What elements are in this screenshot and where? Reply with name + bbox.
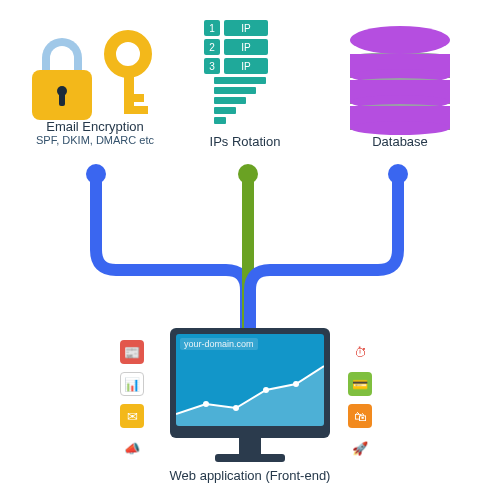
ip-bar (214, 77, 266, 84)
svg-point-5 (263, 387, 269, 393)
ip-label: IP (224, 20, 268, 36)
ip-bar (214, 117, 226, 124)
encryption-subtitle: SPF, DKIM, DMARC etc (12, 134, 178, 146)
ip-row: 2IP (204, 39, 300, 55)
svg-point-1 (238, 164, 258, 184)
database-icon (350, 26, 450, 126)
svg-point-3 (203, 401, 209, 407)
ip-label: IP (224, 39, 268, 55)
trend-chart-icon (176, 356, 324, 426)
ip-num: 2 (204, 39, 220, 55)
ip-bar (214, 107, 236, 114)
webapp-block: your-domain.com Web application (Front-e… (130, 328, 370, 483)
svg-point-2 (388, 164, 408, 184)
ip-row: 1IP (204, 20, 300, 36)
svg-point-0 (86, 164, 106, 184)
architecture-diagram: Email Encryption SPF, DKIM, DMARC etc 1I… (0, 0, 500, 500)
ip-row: 3IP (204, 58, 300, 74)
ip-num: 1 (204, 20, 220, 36)
ips-block: 1IP 2IP 3IP (190, 20, 300, 140)
ips-title: IPs Rotation (190, 134, 300, 149)
ip-num: 3 (204, 58, 220, 74)
url-text: your-domain.com (180, 338, 258, 350)
database-block (330, 18, 470, 138)
ip-bar (214, 87, 256, 94)
monitor-screen: your-domain.com (176, 334, 324, 426)
webapp-title: Web application (Front-end) (130, 468, 370, 483)
ip-label: IP (224, 58, 268, 74)
database-title: Database (330, 134, 470, 149)
key-icon (98, 30, 158, 120)
encryption-title: Email Encryption (12, 119, 178, 134)
lock-icon (32, 52, 92, 124)
svg-point-6 (293, 381, 299, 387)
monitor-icon: your-domain.com (170, 328, 330, 438)
ip-bar (214, 97, 246, 104)
svg-point-4 (233, 405, 239, 411)
